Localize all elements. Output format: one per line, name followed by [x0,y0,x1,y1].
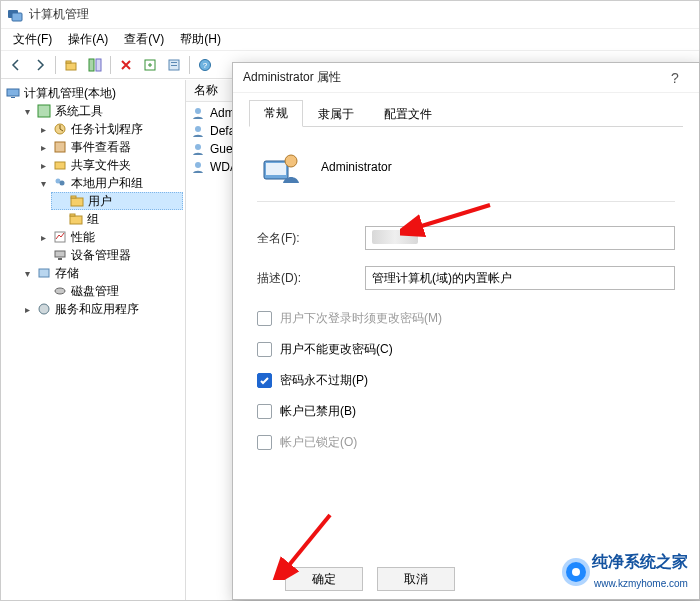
menubar: 文件(F) 操作(A) 查看(V) 帮助(H) [1,29,699,51]
device-icon [52,247,68,263]
watermark-logo-icon [566,562,586,582]
tree-root-label: 计算机管理(本地) [24,85,116,102]
description-label: 描述(D): [257,270,365,287]
chevron-down-icon[interactable]: ▾ [37,177,49,189]
event-icon [52,139,68,155]
svg-point-29 [39,304,49,314]
check-account-disabled[interactable]: 帐户已禁用(B) [257,403,675,420]
check-label: 密码永不过期(P) [280,372,368,389]
folder-icon [68,211,84,227]
svg-rect-1 [12,13,22,21]
checkbox-icon[interactable] [257,342,272,357]
checkbox-icon [257,311,272,326]
export-icon[interactable] [139,54,161,76]
tree-item-label: 性能 [71,229,95,246]
show-hide-tree-icon[interactable] [84,54,106,76]
tree-root[interactable]: 计算机管理(本地) [3,84,183,102]
checkbox-icon[interactable] [257,373,272,388]
check-pw-never-expires[interactable]: 密码永不过期(P) [257,372,675,389]
properties-dialog: Administrator 属性 ? 常规 隶属于 配置文件 Administr… [232,62,700,600]
redacted-text [372,230,418,244]
svg-rect-35 [266,163,286,175]
tree-item-label: 服务和应用程序 [55,301,139,318]
check-cannot-change-pw[interactable]: 用户不能更改密码(C) [257,341,675,358]
check-label: 用户下次登录时须更改密码(M) [280,310,442,327]
tree-event-viewer[interactable]: ▸事件查看器 [35,138,183,156]
svg-rect-22 [70,216,82,224]
chevron-right-icon[interactable]: ▸ [37,159,49,171]
cancel-button[interactable]: 取消 [377,567,455,591]
menu-file[interactable]: 文件(F) [5,29,60,50]
tree-disk-management[interactable]: 磁盘管理 [35,282,183,300]
svg-rect-2 [66,63,76,70]
svg-point-30 [195,108,201,114]
menu-view[interactable]: 查看(V) [116,29,172,50]
checkbox-icon [257,435,272,450]
svg-point-39 [572,568,580,576]
user-icon [190,159,206,175]
delete-icon[interactable] [115,54,137,76]
tools-icon [36,103,52,119]
tree-users[interactable]: 用户 [51,192,183,210]
user-name: Administrator [321,160,392,174]
description-field[interactable] [365,266,675,290]
computer-icon [5,85,21,101]
help-button-icon[interactable]: ? [661,63,689,93]
svg-rect-20 [71,198,83,206]
tree-groups[interactable]: 组 [51,210,183,228]
tree-performance[interactable]: ▸性能 [35,228,183,246]
tree-device-manager[interactable]: 设备管理器 [35,246,183,264]
tree-storage[interactable]: ▾存储 [19,264,183,282]
user-large-icon [261,147,301,187]
tree-item-label: 系统工具 [55,103,103,120]
up-icon[interactable] [60,54,82,76]
watermark: 纯净系统之家 www.kzmyhome.com [566,552,688,591]
ok-button[interactable]: 确定 [285,567,363,591]
tree-local-users-groups[interactable]: ▾本地用户和组 [35,174,183,192]
svg-rect-12 [7,89,19,96]
disk-icon [52,283,68,299]
check-must-change-pw: 用户下次登录时须更改密码(M) [257,310,675,327]
chevron-right-icon[interactable]: ▸ [37,141,49,153]
chevron-down-icon[interactable]: ▾ [21,267,33,279]
tree-item-label: 磁盘管理 [71,283,119,300]
dialog-titlebar[interactable]: Administrator 属性 ? [233,63,699,93]
tree-item-label: 任务计划程序 [71,121,143,138]
user-icon [190,105,206,121]
user-icon [190,141,206,157]
tab-profile[interactable]: 配置文件 [369,101,447,127]
chevron-right-icon[interactable]: ▸ [37,123,49,135]
tree-item-label: 共享文件夹 [71,157,131,174]
check-label: 用户不能更改密码(C) [280,341,393,358]
tree-services-apps[interactable]: ▸服务和应用程序 [19,300,183,318]
fullname-label: 全名(F): [257,230,365,247]
services-icon [36,301,52,317]
svg-rect-13 [11,97,15,98]
app-icon [7,7,23,23]
tree-shared-folders[interactable]: ▸共享文件夹 [35,156,183,174]
check-label: 帐户已禁用(B) [280,403,356,420]
forward-icon[interactable] [29,54,51,76]
toolbar-separator [110,56,111,74]
checkbox-icon[interactable] [257,404,272,419]
tree-task-scheduler[interactable]: ▸任务计划程序 [35,120,183,138]
help-icon[interactable]: ? [194,54,216,76]
menu-help[interactable]: 帮助(H) [172,29,229,50]
properties-icon[interactable] [163,54,185,76]
tree-system-tools[interactable]: ▾ 系统工具 [19,102,183,120]
tree-pane[interactable]: 计算机管理(本地) ▾ 系统工具 ▸任务计划程序 ▸事件查看器 [1,80,186,600]
chevron-right-icon[interactable]: ▸ [37,231,49,243]
chevron-right-icon[interactable]: ▸ [21,303,33,315]
tab-general[interactable]: 常规 [249,100,303,127]
svg-text:?: ? [203,61,208,70]
svg-point-32 [195,144,201,150]
svg-rect-27 [39,269,49,277]
back-icon[interactable] [5,54,27,76]
clock-icon [52,121,68,137]
tree-item-label: 事件查看器 [71,139,131,156]
tab-member-of[interactable]: 隶属于 [303,101,369,127]
menu-action[interactable]: 操作(A) [60,29,116,50]
fullname-field[interactable] [365,226,675,250]
svg-rect-9 [171,65,177,66]
chevron-down-icon[interactable]: ▾ [21,105,33,117]
